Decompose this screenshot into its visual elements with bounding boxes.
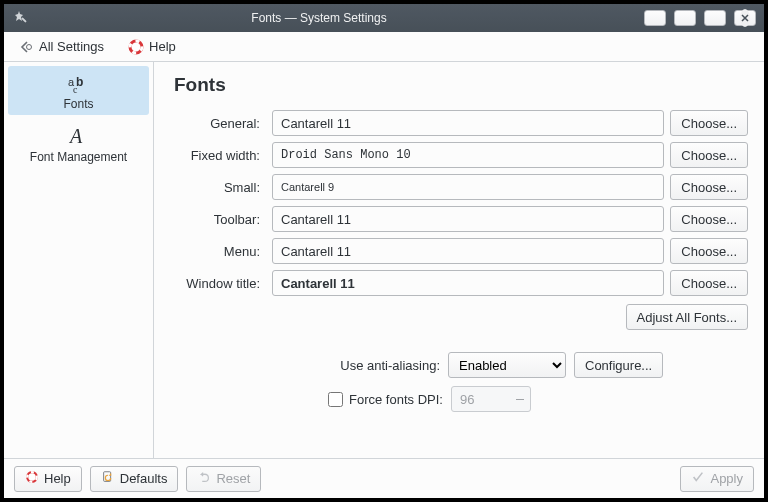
fixed-font-field[interactable] <box>272 142 664 168</box>
help-action-label: Help <box>44 471 71 486</box>
row-general: General: Choose... <box>170 110 748 136</box>
label-small: Small: <box>170 180 266 195</box>
window-title-font-field[interactable] <box>272 270 664 296</box>
svg-rect-0 <box>21 17 27 23</box>
row-window-title: Window title: Choose... <box>170 270 748 296</box>
titlebar: Fonts — System Settings <box>4 4 764 32</box>
help-action-button[interactable]: Help <box>14 466 82 492</box>
label-general: General: <box>170 116 266 131</box>
back-icon <box>18 39 34 55</box>
reset-label: Reset <box>216 471 250 486</box>
reset-button: Reset <box>186 466 261 492</box>
force-dpi-label: Force fonts DPI: <box>349 392 443 407</box>
general-font-field[interactable] <box>272 110 664 136</box>
sidebar-item-fonts[interactable]: a b c Fonts <box>8 66 149 115</box>
force-dpi-checkbox[interactable]: Force fonts DPI: <box>328 392 443 407</box>
choose-toolbar-button[interactable]: Choose... <box>670 206 748 232</box>
configure-aa-button[interactable]: Configure... <box>574 352 663 378</box>
force-dpi-input[interactable] <box>328 392 343 407</box>
label-window-title: Window title: <box>170 276 266 291</box>
main-area: a b c Fonts A Font Management Fonts Gene… <box>4 62 764 458</box>
defaults-label: Defaults <box>120 471 168 486</box>
svg-text:A: A <box>68 125 83 147</box>
toolbar-font-field[interactable] <box>272 206 664 232</box>
fonts-icon: a b c <box>65 72 93 94</box>
adjust-all-row: Adjust All Fonts... <box>170 304 748 330</box>
label-menu: Menu: <box>170 244 266 259</box>
svg-point-2 <box>27 44 32 49</box>
sidebar-item-font-management[interactable]: A Font Management <box>8 119 149 168</box>
row-toolbar: Toolbar: Choose... <box>170 206 748 232</box>
close-icon <box>740 9 750 27</box>
anti-aliasing-select[interactable]: EnabledSystemDisabled <box>448 352 566 378</box>
window-controls <box>644 10 756 26</box>
maximize-button[interactable] <box>704 10 726 26</box>
adjust-all-fonts-button[interactable]: Adjust All Fonts... <box>626 304 748 330</box>
defaults-button[interactable]: Defaults <box>90 466 179 492</box>
font-rows: General: Choose... Fixed width: Choose..… <box>170 110 748 296</box>
apply-button: Apply <box>680 466 754 492</box>
window-title: Fonts — System Settings <box>34 11 644 25</box>
breadcrumb-toolbar: All Settings Help <box>4 32 764 62</box>
check-icon <box>691 470 705 487</box>
lifebuoy-icon <box>25 470 39 487</box>
toolbar-help-button[interactable]: Help <box>122 36 182 58</box>
all-settings-label: All Settings <box>39 39 104 54</box>
content-panel: Fonts General: Choose... Fixed width: Ch… <box>154 62 764 458</box>
choose-small-button[interactable]: Choose... <box>670 174 748 200</box>
help-titlebar-button[interactable] <box>644 10 666 26</box>
svg-point-9 <box>27 472 37 482</box>
label-anti-aliasing: Use anti-aliasing: <box>170 358 440 373</box>
choose-general-button[interactable]: Choose... <box>670 110 748 136</box>
row-small: Small: Choose... <box>170 174 748 200</box>
sidebar-fonts-label: Fonts <box>63 97 93 111</box>
row-fixed: Fixed width: Choose... <box>170 142 748 168</box>
choose-window-title-button[interactable]: Choose... <box>670 270 748 296</box>
anti-aliasing-row: Use anti-aliasing: EnabledSystemDisabled… <box>170 352 748 378</box>
sidebar: a b c Fonts A Font Management <box>4 62 154 458</box>
undo-icon <box>197 470 211 487</box>
apply-label: Apply <box>710 471 743 486</box>
dpi-spinner[interactable]: 96 <box>451 386 531 412</box>
label-fixed: Fixed width: <box>170 148 266 163</box>
app-icon <box>12 10 28 26</box>
dpi-row: Force fonts DPI: 96 <box>170 386 748 412</box>
toolbar-help-label: Help <box>149 39 176 54</box>
font-management-icon: A <box>65 125 93 147</box>
page-title: Fonts <box>174 74 748 96</box>
settings-window: Fonts — System Settings All Sett <box>0 0 768 502</box>
svg-point-3 <box>130 41 142 53</box>
label-toolbar: Toolbar: <box>170 212 266 227</box>
row-menu: Menu: Choose... <box>170 238 748 264</box>
menu-font-field[interactable] <box>272 238 664 264</box>
choose-fixed-button[interactable]: Choose... <box>670 142 748 168</box>
minimize-button[interactable] <box>674 10 696 26</box>
small-font-field[interactable] <box>272 174 664 200</box>
lifebuoy-icon <box>128 39 144 55</box>
all-settings-button[interactable]: All Settings <box>12 36 110 58</box>
dpi-value: 96 <box>460 392 474 407</box>
close-button[interactable] <box>734 10 756 26</box>
choose-menu-button[interactable]: Choose... <box>670 238 748 264</box>
svg-text:c: c <box>73 84 78 93</box>
action-bar: Help Defaults Reset Apply <box>4 458 764 498</box>
document-revert-icon <box>101 470 115 487</box>
sidebar-font-management-label: Font Management <box>30 150 127 164</box>
